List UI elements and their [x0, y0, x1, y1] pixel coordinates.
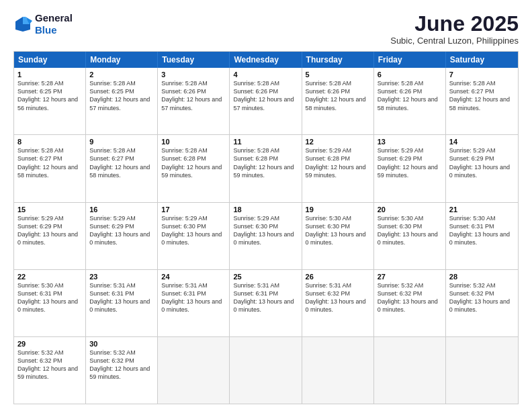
- day-info: Sunrise: 5:32 AMSunset: 6:32 PMDaylight:…: [378, 281, 442, 314]
- day-info: Sunrise: 5:32 AMSunset: 6:32 PMDaylight:…: [89, 349, 154, 381]
- cal-row-3: 15 Sunrise: 5:29 AMSunset: 6:29 PMDaylig…: [14, 202, 518, 269]
- day-info: Sunrise: 5:32 AMSunset: 6:32 PMDaylight:…: [449, 281, 515, 314]
- cell-4-thu: 26 Sunrise: 5:31 AMSunset: 6:32 PMDaylig…: [302, 270, 374, 336]
- day-info: Sunrise: 5:28 AMSunset: 6:28 PMDaylight:…: [233, 146, 298, 179]
- logo: General Blue: [13, 12, 73, 36]
- cal-row-4: 22 Sunrise: 5:30 AMSunset: 6:31 PMDaylig…: [14, 269, 518, 336]
- cell-1-sun: 1 Sunrise: 5:28 AMSunset: 6:25 PMDayligh…: [14, 68, 86, 134]
- calendar-body: 1 Sunrise: 5:28 AMSunset: 6:25 PMDayligh…: [14, 68, 518, 404]
- day-info: Sunrise: 5:30 AMSunset: 6:30 PMDaylight:…: [306, 214, 370, 247]
- day-info: Sunrise: 5:29 AMSunset: 6:29 PMDaylight:…: [89, 214, 154, 247]
- cell-3-wed: 18 Sunrise: 5:29 AMSunset: 6:30 PMDaylig…: [230, 203, 302, 269]
- day-number: 24: [161, 273, 226, 281]
- day-number: 7: [449, 71, 515, 79]
- cell-2-sat: 14 Sunrise: 5:29 AMSunset: 6:29 PMDaylig…: [446, 135, 518, 201]
- day-info: Sunrise: 5:28 AMSunset: 6:27 PMDaylight:…: [89, 146, 154, 179]
- day-info: Sunrise: 5:28 AMSunset: 6:26 PMDaylight:…: [233, 79, 298, 112]
- weekday-thursday: Thursday: [302, 52, 374, 68]
- day-number: 3: [161, 71, 226, 79]
- day-number: 11: [233, 138, 298, 146]
- day-number: 12: [306, 138, 370, 146]
- weekday-saturday: Saturday: [446, 52, 518, 68]
- cell-5-fri-empty: [374, 337, 446, 404]
- weekday-wednesday: Wednesday: [230, 52, 302, 68]
- day-info: Sunrise: 5:28 AMSunset: 6:26 PMDaylight:…: [306, 79, 370, 112]
- cell-5-sat-empty: [446, 337, 518, 404]
- cell-5-sun: 29 Sunrise: 5:32 AMSunset: 6:32 PMDaylig…: [14, 337, 86, 404]
- day-number: 1: [17, 71, 82, 79]
- day-info: Sunrise: 5:30 AMSunset: 6:30 PMDaylight:…: [378, 214, 442, 247]
- day-info: Sunrise: 5:29 AMSunset: 6:29 PMDaylight:…: [449, 146, 515, 179]
- cell-3-sun: 15 Sunrise: 5:29 AMSunset: 6:29 PMDaylig…: [14, 203, 86, 269]
- day-number: 22: [17, 273, 82, 281]
- cell-2-thu: 12 Sunrise: 5:29 AMSunset: 6:28 PMDaylig…: [302, 135, 374, 201]
- logo-line1: General: [35, 12, 73, 24]
- day-info: Sunrise: 5:29 AMSunset: 6:28 PMDaylight:…: [306, 146, 370, 179]
- weekday-tuesday: Tuesday: [158, 52, 230, 68]
- day-number: 30: [89, 340, 154, 348]
- cell-1-thu: 5 Sunrise: 5:28 AMSunset: 6:26 PMDayligh…: [302, 68, 374, 134]
- calendar: Sunday Monday Tuesday Wednesday Thursday…: [13, 51, 519, 404]
- cell-5-wed-empty: [230, 337, 302, 404]
- logo-line2: Blue: [35, 24, 73, 36]
- day-number: 25: [233, 273, 298, 281]
- day-info: Sunrise: 5:29 AMSunset: 6:30 PMDaylight:…: [233, 214, 298, 247]
- cell-3-sat: 21 Sunrise: 5:30 AMSunset: 6:31 PMDaylig…: [446, 203, 518, 269]
- day-info: Sunrise: 5:31 AMSunset: 6:31 PMDaylight:…: [89, 281, 154, 314]
- day-info: Sunrise: 5:30 AMSunset: 6:31 PMDaylight:…: [17, 281, 82, 314]
- cell-1-wed: 4 Sunrise: 5:28 AMSunset: 6:26 PMDayligh…: [230, 68, 302, 134]
- cell-1-tue: 3 Sunrise: 5:28 AMSunset: 6:26 PMDayligh…: [158, 68, 230, 134]
- day-number: 27: [378, 273, 442, 281]
- day-info: Sunrise: 5:32 AMSunset: 6:32 PMDaylight:…: [17, 349, 82, 381]
- weekday-monday: Monday: [86, 52, 158, 68]
- cell-4-sun: 22 Sunrise: 5:30 AMSunset: 6:31 PMDaylig…: [14, 270, 86, 336]
- weekday-friday: Friday: [374, 52, 446, 68]
- day-number: 14: [449, 138, 515, 146]
- day-number: 16: [89, 205, 154, 214]
- day-number: 20: [378, 205, 442, 214]
- day-number: 2: [89, 71, 154, 79]
- cell-2-wed: 11 Sunrise: 5:28 AMSunset: 6:28 PMDaylig…: [230, 135, 302, 201]
- day-info: Sunrise: 5:28 AMSunset: 6:28 PMDaylight:…: [161, 146, 226, 179]
- cell-2-fri: 13 Sunrise: 5:29 AMSunset: 6:29 PMDaylig…: [374, 135, 446, 201]
- cell-4-fri: 27 Sunrise: 5:32 AMSunset: 6:32 PMDaylig…: [374, 270, 446, 336]
- day-info: Sunrise: 5:28 AMSunset: 6:25 PMDaylight:…: [89, 79, 154, 112]
- day-number: 17: [161, 205, 226, 214]
- cell-4-mon: 23 Sunrise: 5:31 AMSunset: 6:31 PMDaylig…: [86, 270, 158, 336]
- day-number: 23: [89, 273, 154, 281]
- day-number: 6: [378, 71, 442, 79]
- month-title: June 2025: [390, 12, 519, 36]
- cell-5-mon: 30 Sunrise: 5:32 AMSunset: 6:32 PMDaylig…: [86, 337, 158, 404]
- cell-3-mon: 16 Sunrise: 5:29 AMSunset: 6:29 PMDaylig…: [86, 203, 158, 269]
- location: Subic, Central Luzon, Philippines: [390, 36, 519, 46]
- day-info: Sunrise: 5:28 AMSunset: 6:26 PMDaylight:…: [378, 79, 442, 112]
- day-number: 19: [306, 205, 370, 214]
- day-number: 28: [449, 273, 515, 281]
- cell-5-thu-empty: [302, 337, 374, 404]
- cell-3-thu: 19 Sunrise: 5:30 AMSunset: 6:30 PMDaylig…: [302, 203, 374, 269]
- day-number: 8: [17, 138, 82, 146]
- cell-2-mon: 9 Sunrise: 5:28 AMSunset: 6:27 PMDayligh…: [86, 135, 158, 201]
- cell-2-tue: 10 Sunrise: 5:28 AMSunset: 6:28 PMDaylig…: [158, 135, 230, 201]
- day-info: Sunrise: 5:31 AMSunset: 6:32 PMDaylight:…: [306, 281, 370, 314]
- day-number: 9: [89, 138, 154, 146]
- day-info: Sunrise: 5:29 AMSunset: 6:29 PMDaylight:…: [17, 214, 82, 247]
- cell-4-sat: 28 Sunrise: 5:32 AMSunset: 6:32 PMDaylig…: [446, 270, 518, 336]
- logo-icon: [13, 15, 32, 34]
- cell-4-tue: 24 Sunrise: 5:31 AMSunset: 6:31 PMDaylig…: [158, 270, 230, 336]
- day-info: Sunrise: 5:30 AMSunset: 6:31 PMDaylight:…: [449, 214, 515, 247]
- cal-row-5: 29 Sunrise: 5:32 AMSunset: 6:32 PMDaylig…: [14, 336, 518, 404]
- day-number: 21: [449, 205, 515, 214]
- cal-row-2: 8 Sunrise: 5:28 AMSunset: 6:27 PMDayligh…: [14, 134, 518, 201]
- day-info: Sunrise: 5:28 AMSunset: 6:26 PMDaylight:…: [161, 79, 226, 112]
- cell-1-sat: 7 Sunrise: 5:28 AMSunset: 6:27 PMDayligh…: [446, 68, 518, 134]
- logo-text: General Blue: [35, 12, 73, 36]
- day-info: Sunrise: 5:28 AMSunset: 6:27 PMDaylight:…: [17, 146, 82, 179]
- day-number: 15: [17, 205, 82, 214]
- day-info: Sunrise: 5:28 AMSunset: 6:25 PMDaylight:…: [17, 79, 82, 112]
- day-number: 5: [306, 71, 370, 79]
- cell-1-mon: 2 Sunrise: 5:28 AMSunset: 6:25 PMDayligh…: [86, 68, 158, 134]
- cell-3-tue: 17 Sunrise: 5:29 AMSunset: 6:30 PMDaylig…: [158, 203, 230, 269]
- day-number: 4: [233, 71, 298, 79]
- page: General Blue June 2025 Subic, Central Lu…: [0, 0, 532, 411]
